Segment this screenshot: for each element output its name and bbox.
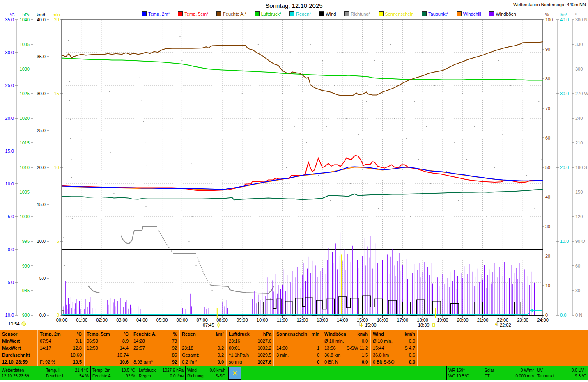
series-temp-5cm	[62, 155, 543, 190]
chart-text: 35.0	[5, 17, 14, 22]
stats-row-label: Durchschnitt	[2, 352, 30, 357]
stats-cell-value: 0.2	[218, 352, 224, 357]
chart-text: 04:00	[136, 318, 148, 323]
footer-value: 0.0 UV-I	[572, 368, 586, 373]
chart-text: 18:39	[418, 323, 430, 327]
chart-text: 16:00	[377, 318, 388, 323]
footer-value: 9.3 °C	[575, 374, 586, 378]
stats-col-luftdruck: LuftdruckhPa23:161027.600:011032.2^1.1hP…	[226, 330, 273, 366]
footer-label: Feuchte I.	[46, 374, 64, 378]
chart-text: 05:00	[156, 318, 168, 323]
chart-text: 90 O	[575, 239, 585, 244]
footer-value: 92 %	[126, 374, 135, 378]
stats-cell-value: 14.4	[120, 345, 129, 350]
chart-text: hPa	[22, 12, 30, 17]
chart-text: 5.0	[8, 214, 14, 219]
stats-cell-value: 0	[317, 359, 319, 364]
chart-text: 17:00	[397, 318, 409, 323]
stats-filler	[417, 330, 588, 366]
footer-label: Solar	[485, 368, 494, 373]
stats-cell-value: S 4.7	[404, 345, 415, 350]
chart-text: 15:00	[365, 323, 377, 327]
chart-text: 01:00	[76, 318, 88, 323]
footer-value: 21.4 °C	[75, 368, 89, 373]
stats-cell-label: 36.8 km	[324, 352, 340, 357]
stats-cell-label: sonnig	[229, 359, 242, 364]
chart-text: 980	[22, 313, 30, 318]
chart-text: 100	[545, 17, 553, 22]
chart-text: 10.0	[37, 239, 46, 244]
sunset-square-icon	[432, 324, 435, 326]
stats-col-sensor: SensorMinWertMaxWertDurchschnitt12.10. 2…	[0, 330, 37, 366]
chart-text: 09:00	[237, 318, 248, 323]
chart-text: 180 S	[575, 165, 587, 170]
stats-cell-value: 0.6	[409, 352, 415, 357]
stats-cell-value: 85	[172, 352, 177, 357]
stats-row-label: 12.10. 23:59	[2, 359, 28, 364]
footer-cell-wr-wc: WR 159°WC 10.5°C	[447, 366, 483, 380]
chart-text: 985	[22, 288, 30, 293]
chart-text: 0.0	[560, 313, 566, 318]
stats-col-unit: °C	[77, 332, 82, 336]
weather-sun-icon: ☀	[228, 367, 241, 380]
footer-cell-temp-innen: Temp. I.21.4 °CFeuchte I.54 %	[44, 366, 91, 380]
axis-deg: 360 N330300270 W240210180 S15012090 O603…	[572, 12, 588, 318]
stats-col-temp-5cm: Temp. 5cm°C06:538.912:5014.410.7410.6	[84, 330, 131, 366]
chart-text: °	[575, 12, 577, 17]
footer-label: Richtung	[187, 374, 203, 378]
chart-text: 10:00	[257, 318, 268, 323]
stats-cell-value: 1	[317, 345, 319, 350]
stats-cell-label: 8.93 g/m³	[133, 359, 152, 364]
chart-text: 15.0	[5, 149, 14, 153]
footer-spacer	[242, 366, 446, 380]
stats-cell-label: Gesamt:	[182, 352, 199, 357]
sun-icon	[216, 322, 221, 328]
chart-text: 270 W	[575, 91, 588, 96]
stats-cell-label: Ø 10 min.	[324, 339, 344, 343]
footer-value: S-SO	[216, 374, 225, 378]
stats-cell-label: 22:57	[133, 345, 145, 350]
time-marker-22-02: 22:02	[494, 322, 511, 327]
stats-cell-value: 92	[172, 359, 177, 364]
stats-row-label: MinWert	[2, 339, 20, 343]
chart-text: 14:00	[337, 318, 348, 323]
chart-text: 30	[575, 288, 580, 293]
chart-text: 10	[54, 165, 59, 170]
stats-row-label: MaxWert	[2, 345, 21, 350]
stats-col-windb-en: Windböenkm/hØ 10 min.0.013:56S-SW 11.236…	[322, 330, 370, 366]
footer-label: Taupunkt	[537, 374, 554, 378]
weather-chart: 35.030.025.020.015.010.05.00.0-5.0-10.0°…	[0, 0, 588, 329]
chart-text: 35.0	[37, 54, 46, 59]
stats-cell-label: 23:18	[182, 345, 193, 350]
arrow-down-icon	[359, 322, 363, 327]
chart-text: 90	[545, 47, 550, 52]
chart-text: 300	[575, 66, 583, 71]
chart-text: 07:00	[196, 318, 208, 323]
chart-text: 20.0	[560, 165, 569, 170]
stats-table: SensorMinWertMaxWertDurchschnitt12.10. 2…	[0, 330, 588, 366]
chart-text: 10.0	[5, 181, 14, 186]
chart-text: 10:54	[8, 321, 20, 326]
stats-cell-value: 1027.6	[257, 359, 271, 364]
chart-text: 50	[545, 165, 550, 170]
chart-text: 60	[545, 135, 550, 140]
stats-cell-value: 10.5	[73, 359, 82, 364]
stats-row-label: Sensor	[2, 332, 17, 336]
chart-text: 0.0	[39, 313, 46, 318]
chart-text: 15.0	[37, 202, 46, 207]
stats-col-wind: Windkm/hØ 10 min.0.015:44S 4.736.8 km0.6…	[370, 330, 417, 366]
stats-cell-label: 36.8 km	[373, 352, 389, 357]
stats-cell-label: Ø 10 min.	[373, 339, 393, 343]
chart-text: 24:00	[537, 318, 549, 323]
chart-text: 11:00	[277, 318, 288, 323]
chart-text: 20:00	[457, 318, 469, 323]
footer-right-block: WR 159°WC 10.5°CSolar0 W/m²ET0.000 mmUV0…	[446, 366, 588, 380]
chart-text: 1025	[20, 91, 30, 96]
chart-text: 25.0	[37, 128, 46, 133]
stats-col-header: Sonnenschein	[276, 332, 307, 336]
axis-pct: 1009080706050403020100%	[542, 12, 553, 318]
chart-text: 02:00	[96, 318, 108, 323]
axis-kmh: 40.035.030.025.020.015.010.05.00.0km/h	[37, 12, 49, 318]
stats-cell-value: 0.2	[218, 345, 224, 350]
chart-text: 06:00	[177, 318, 188, 323]
